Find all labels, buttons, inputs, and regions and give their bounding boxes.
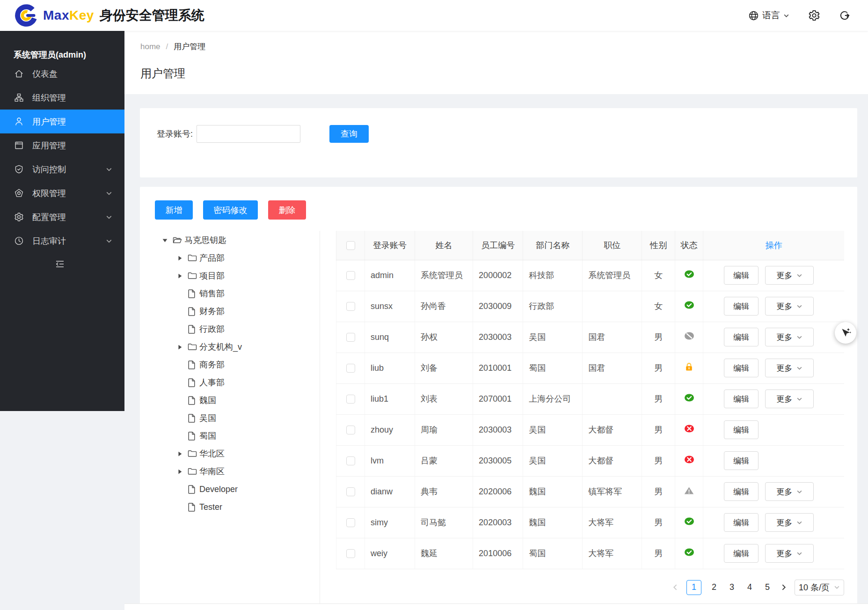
select-all-checkbox[interactable] [346,241,355,250]
change-password-button[interactable]: 密码修改 [203,200,258,220]
row-checkbox[interactable] [346,302,355,311]
delete-button[interactable]: 删除 [268,200,306,220]
row-checkbox[interactable] [346,518,355,527]
tree-item[interactable]: Tester [140,498,320,516]
tree-item[interactable]: 销售部 [140,285,320,302]
tree-item[interactable]: 蜀国 [140,427,320,445]
row-checkbox[interactable] [346,364,355,373]
more-button[interactable]: 更多 [765,266,814,285]
caret-right-icon[interactable] [177,451,183,457]
tree-item[interactable]: Developer [140,480,320,498]
tree-item[interactable]: 分支机构_v [140,338,320,356]
cell-actions: 编辑更多 [703,291,844,322]
cell-name: 司马懿 [415,507,473,538]
cell-department: 蜀国 [523,353,583,383]
logout-button[interactable] [839,10,850,21]
cell-gender: 女 [642,260,675,291]
more-button[interactable]: 更多 [765,328,814,346]
tree-item[interactable]: 产品部 [140,249,320,267]
tree-item[interactable]: 马克思钥匙 [140,231,320,249]
sidebar-item-label: 权限管理 [32,188,66,199]
next-page-button[interactable] [780,584,787,591]
cell-name: 典韦 [415,476,473,507]
caret-right-icon[interactable] [177,344,183,350]
chevron-down-icon [796,334,802,340]
sidebar-item-applications[interactable]: 应用管理 [0,133,124,157]
more-button[interactable]: 更多 [765,297,814,316]
row-checkbox[interactable] [346,487,355,496]
clock-icon [14,236,24,246]
page-button-3[interactable]: 3 [727,582,737,592]
add-button[interactable]: 新增 [155,200,193,220]
tree-item[interactable]: 吴国 [140,409,320,427]
tree-item[interactable]: 项目部 [140,267,320,285]
page-button-2[interactable]: 2 [709,582,719,592]
chevron-right-icon [780,584,787,591]
edit-button[interactable]: 编辑 [724,266,759,285]
edit-button[interactable]: 编辑 [724,451,759,470]
settings-button[interactable] [808,9,820,22]
query-button[interactable]: 查询 [329,125,369,143]
floating-tool-button[interactable] [835,322,856,344]
caret-right-icon[interactable] [177,255,183,261]
page-button-4[interactable]: 4 [744,582,755,592]
edit-button[interactable]: 编辑 [724,328,759,346]
more-button[interactable]: 更多 [765,544,814,563]
sidebar-item-configuration[interactable]: 配置管理 [0,205,124,229]
login-account-input[interactable] [197,125,300,143]
caret-down-icon[interactable] [162,237,168,243]
row-checkbox[interactable] [346,271,355,280]
row-checkbox[interactable] [346,426,355,434]
page-button-5[interactable]: 5 [762,582,773,592]
tree-item[interactable]: 魏国 [140,391,320,409]
tree-item-label: 华北区 [199,448,225,459]
tree-item[interactable]: 华北区 [140,445,320,463]
chevron-down-icon [796,520,802,526]
edit-button[interactable]: 编辑 [724,359,759,377]
chevron-down-icon [796,396,802,402]
file-icon [188,325,197,333]
breadcrumb-home-link[interactable]: home [140,42,160,51]
sidebar-item-access-control[interactable]: 访问控制 [0,157,124,181]
tree-item-label: Tester [199,502,222,512]
edit-button[interactable]: 编辑 [724,544,759,563]
pentagon-icon [14,188,24,198]
cell-position [583,383,642,414]
tree-item[interactable]: 人事部 [140,374,320,391]
current-user-label: 系统管理员(admin) [0,31,124,62]
edit-button[interactable]: 编辑 [724,390,759,408]
edit-button[interactable]: 编辑 [724,420,759,439]
prev-page-button[interactable] [672,584,679,591]
sidebar-item-audit-log[interactable]: 日志审计 [0,229,124,253]
sidebar-item-dashboard[interactable]: 仪表盘 [0,62,124,86]
more-button[interactable]: 更多 [765,390,814,408]
column-header-actions[interactable]: 操作 [703,231,844,260]
row-checkbox[interactable] [346,333,355,342]
tree-item[interactable]: 行政部 [140,320,320,338]
row-checkbox[interactable] [346,395,355,404]
more-button[interactable]: 更多 [765,359,814,377]
more-button[interactable]: 更多 [765,513,814,532]
edit-button[interactable]: 编辑 [724,297,759,316]
language-switcher[interactable]: 语言 [748,9,789,22]
row-checkbox[interactable] [346,456,355,465]
sidebar-collapse-button[interactable] [55,259,65,269]
tree-item[interactable]: 财务部 [140,302,320,320]
table-header-row: 登录账号姓名员工编号部门名称职位性别状态操作 [336,231,845,260]
page-size-select[interactable]: 10 条/页 [795,580,844,595]
row-checkbox[interactable] [346,549,355,558]
sidebar-item-permissions[interactable]: 权限管理 [0,181,124,205]
page-button-1[interactable]: 1 [686,580,701,595]
edit-button[interactable]: 编辑 [724,513,759,532]
edit-button[interactable]: 编辑 [724,482,759,501]
sidebar-item-users[interactable]: 用户管理 [0,110,124,133]
table-row: zhouy周瑜2030003吴国大都督男编辑 [336,414,845,445]
file-icon [188,289,197,298]
caret-right-icon[interactable] [177,273,183,279]
caret-right-icon[interactable] [177,469,183,475]
tree-item[interactable]: 华南区 [140,463,320,480]
cell-login-account: lvm [365,445,415,476]
tree-item[interactable]: 商务部 [140,356,320,374]
sidebar-item-organization[interactable]: 组织管理 [0,86,124,110]
more-button[interactable]: 更多 [765,482,814,501]
